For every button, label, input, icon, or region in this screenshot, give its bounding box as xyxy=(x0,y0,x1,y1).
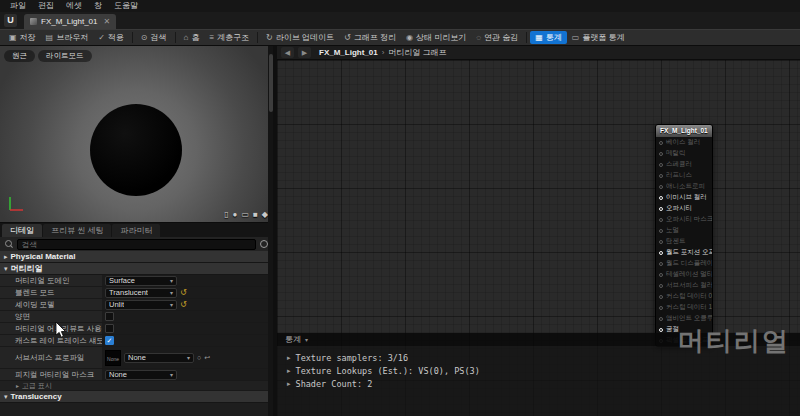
refresh-icon: ↻ xyxy=(266,32,273,43)
chevron-down-icon: ▾ xyxy=(305,336,308,343)
reset-to-default-icon[interactable]: ↺ xyxy=(180,300,187,310)
dropdown-value: Unlit xyxy=(109,300,124,309)
preview-cube-icon[interactable]: ■ xyxy=(253,210,258,219)
category-row-1[interactable]: ▾머티리얼 xyxy=(0,263,273,275)
browse-button[interactable]: ▤브라우저 xyxy=(41,31,94,44)
main-area: 원근라이트모드 ▯●▭■◆ 디테일프리뷰 씬 세팅파라미터 ▸Physical … xyxy=(0,46,800,416)
preview-state-button[interactable]: ◉상태 미리보기 xyxy=(401,31,471,44)
stats-button[interactable]: ▦통계 xyxy=(530,31,567,44)
asset-tab-label: FX_M_Light_01 xyxy=(41,17,97,26)
property-row-2: 머티리얼 도메인Surface▾ xyxy=(0,275,273,287)
browse-to-asset-icon[interactable]: ○ xyxy=(197,354,201,361)
menu-item-1[interactable]: 편집 xyxy=(32,0,60,12)
menu-item-4[interactable]: 도움말 xyxy=(108,0,144,12)
property-label: 캐스트 레이 트레이스 섀도 xyxy=(0,335,102,346)
node-pin-14[interactable]: 커스텀 데이터 0 xyxy=(656,291,712,302)
dropdown[interactable]: Unlit▾ xyxy=(105,300,177,310)
details-search-input[interactable] xyxy=(17,239,256,250)
menubar: 파일편집에셋창도움말 xyxy=(0,0,800,12)
property-value xyxy=(102,323,273,334)
property-value: Surface▾ xyxy=(102,275,273,286)
dropdown[interactable]: Translucent▾ xyxy=(105,288,177,298)
node-pin-0[interactable]: 베이스 컬러 xyxy=(656,137,712,148)
node-pin-7[interactable]: 오파시티 마스크 xyxy=(656,214,712,225)
material-result-node[interactable]: FX_M_Light_01 베이스 컬러메탈릭스페큘러러프니스애니소트로피이미시… xyxy=(655,124,713,347)
menu-item-3[interactable]: 창 xyxy=(88,0,108,12)
pin-label: 메탈릭 xyxy=(666,149,686,158)
details-tab-1[interactable]: 프리뷰 씬 세팅 xyxy=(43,224,111,237)
category-label: Translucency xyxy=(11,392,62,401)
pin-circle-icon xyxy=(659,163,663,167)
node-pin-3[interactable]: 러프니스 xyxy=(656,170,712,181)
breadcrumb-root[interactable]: FX_M_Light_01 xyxy=(319,48,378,57)
preview-viewport[interactable]: 원근라이트모드 ▯●▭■◆ xyxy=(0,46,273,223)
property-value: NoneNone▾○↩ xyxy=(102,347,273,368)
advanced-expander[interactable]: ▸고급 표시 xyxy=(0,381,273,391)
scrollbar-thumb[interactable] xyxy=(269,54,273,112)
hide-unrelated-button[interactable]: ◌연관 숨김 xyxy=(471,31,523,44)
node-pin-5[interactable]: 이미시브 컬러 xyxy=(656,192,712,203)
nav-back-icon[interactable]: ◀ xyxy=(281,47,294,58)
category-row-11[interactable]: ▾Translucency xyxy=(0,391,273,403)
axis-gizmo-icon xyxy=(6,191,28,217)
home-button[interactable]: ⌂홈 xyxy=(179,31,205,44)
checkbox[interactable]: ✓ xyxy=(105,336,114,345)
asset-tab[interactable]: FX_M_Light_01 ✕ xyxy=(24,14,116,29)
live-update-button[interactable]: ↻라이브 업데이트 xyxy=(261,31,339,44)
details-tab-2[interactable]: 파라미터 xyxy=(112,224,160,237)
preview-sphere-icon[interactable]: ● xyxy=(233,210,238,219)
node-pin-2[interactable]: 스페큘러 xyxy=(656,159,712,170)
node-pin-13[interactable]: 서브서피스 컬러 xyxy=(656,280,712,291)
search-icon xyxy=(5,240,13,248)
platform-stats-button[interactable]: ▭플랫폼 통계 xyxy=(567,31,630,44)
node-title[interactable]: FX_M_Light_01 xyxy=(656,125,712,137)
details-tab-0[interactable]: 디테일 xyxy=(2,224,42,237)
dropdown-value: None xyxy=(128,353,146,362)
pin-circle-icon xyxy=(659,185,663,189)
dropdown[interactable]: None▾ xyxy=(124,353,194,363)
breadcrumb-current[interactable]: 머티리얼 그래프 xyxy=(388,47,446,58)
hierarchy-button[interactable]: ≡계층구조 xyxy=(204,31,254,44)
menu-item-2[interactable]: 에셋 xyxy=(60,0,88,12)
stats-line-2: ▸Shader Count: 2 xyxy=(287,377,790,390)
asset-thumbnail[interactable]: None xyxy=(105,350,121,366)
clean-graph-button[interactable]: ↺그래프 정리 xyxy=(339,31,401,44)
node-pin-16[interactable]: 앰비언트 오클루전 xyxy=(656,313,712,324)
use-selected-icon[interactable]: ↩ xyxy=(204,354,210,362)
material-graph-canvas[interactable]: FX_M_Light_01 베이스 컬러메탈릭스페큘러러프니스애니소트로피이미시… xyxy=(277,60,800,416)
node-pin-6[interactable]: 오파시티 xyxy=(656,203,712,214)
settings-gear-icon[interactable] xyxy=(260,240,268,248)
close-tab-icon[interactable]: ✕ xyxy=(103,17,110,26)
node-pin-12[interactable]: 테셀레이션 멀티플라이어 xyxy=(656,269,712,280)
node-pin-10[interactable]: 월드 포지션 오프셋 xyxy=(656,247,712,258)
save-button[interactable]: ▣저장 xyxy=(4,31,41,44)
pin-circle-icon xyxy=(659,317,663,321)
preview-cylinder-icon[interactable]: ▯ xyxy=(224,210,228,219)
unreal-logo[interactable]: U xyxy=(4,14,17,27)
toolbar-button-label: 라이브 업데이트 xyxy=(276,32,334,43)
dropdown[interactable]: None▾ xyxy=(105,370,177,380)
dropdown-value: Translucent xyxy=(109,288,148,297)
dropdown[interactable]: Surface▾ xyxy=(105,276,177,286)
menu-item-0[interactable]: 파일 xyxy=(4,0,32,12)
checkbox[interactable] xyxy=(105,324,114,333)
node-pin-4[interactable]: 애니소트로피 xyxy=(656,181,712,192)
toolbar-button-label: 저장 xyxy=(20,32,36,43)
viewport-pills: 원근라이트모드 xyxy=(4,50,92,62)
apply-button[interactable]: ✓적용 xyxy=(93,31,129,44)
node-pin-1[interactable]: 메탈릭 xyxy=(656,148,712,159)
checkbox[interactable] xyxy=(105,312,114,321)
nav-forward-icon[interactable]: ▶ xyxy=(298,47,311,58)
property-value: Unlit▾↺ xyxy=(102,299,273,310)
node-pin-11[interactable]: 월드 디스플레이스먼트 xyxy=(656,258,712,269)
graph-header: ◀ ▶ FX_M_Light_01 › 머티리얼 그래프 xyxy=(277,46,800,60)
node-pin-9[interactable]: 탄젠트 xyxy=(656,236,712,247)
node-pin-15[interactable]: 커스텀 데이터 1 xyxy=(656,302,712,313)
reset-to-default-icon[interactable]: ↺ xyxy=(180,288,187,298)
viewport-pill-1[interactable]: 라이트모드 xyxy=(38,50,92,62)
viewport-pill-0[interactable]: 원근 xyxy=(4,50,35,62)
node-pin-8[interactable]: 노멀 xyxy=(656,225,712,236)
search-button[interactable]: ⊙검색 xyxy=(136,31,172,44)
preview-plane-icon[interactable]: ▭ xyxy=(241,210,249,219)
category-row-0[interactable]: ▸Physical Material xyxy=(0,251,273,263)
